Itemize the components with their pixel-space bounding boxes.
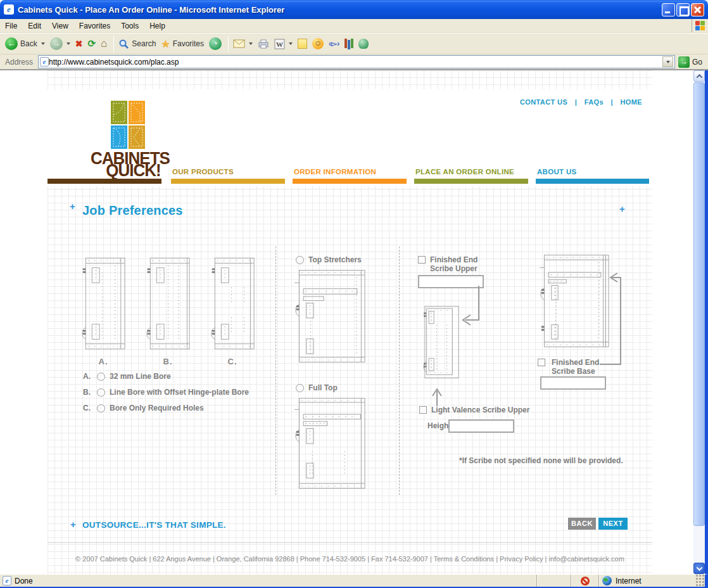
scroll-down-button[interactable] xyxy=(693,563,705,574)
mail-button[interactable] xyxy=(233,39,253,48)
minimize-button[interactable] xyxy=(662,3,675,16)
next-nav-button[interactable]: NEXT xyxy=(598,518,628,530)
full-top-option: Full Top xyxy=(296,383,338,392)
back-button[interactable]: ← Back xyxy=(5,37,45,50)
radio-bore-only-required-holes[interactable] xyxy=(97,404,105,412)
diagram-label-b: B. xyxy=(146,357,190,366)
discuss-button[interactable] xyxy=(298,39,307,49)
select-element-button[interactable]: ‹▻› xyxy=(329,39,339,48)
light-valence-option: Light Valence Scribe Upper xyxy=(419,406,529,414)
page-favicon-icon: e xyxy=(40,57,49,67)
cabinet-diagram-b xyxy=(146,253,190,354)
radio-32mm-line-bore[interactable] xyxy=(97,373,105,381)
page-content: CONTACT US | FAQs | HOME xyxy=(47,70,652,574)
standard-toolbar: ← Back → ✖ ⟳ ⌂ Search ★ Favorites ◔ xyxy=(0,33,708,54)
logo-underline-bar xyxy=(47,179,161,184)
refresh-button[interactable]: ⟳ xyxy=(87,38,96,49)
footer-text[interactable]: © 2007 Cabinets Quick | 622 Angus Avenue… xyxy=(47,555,652,563)
edit-with-word-button[interactable]: W xyxy=(274,39,293,49)
word-icon: W xyxy=(274,39,285,49)
scribe-upper-arrow xyxy=(459,284,482,326)
radio-offset-hinge-plate-bore[interactable] xyxy=(97,388,105,397)
scroll-up-button[interactable] xyxy=(693,70,705,82)
menu-favorites[interactable]: Favorites xyxy=(79,22,110,30)
checkbox-finished-end-scribe-upper[interactable] xyxy=(418,256,426,264)
cabinets-quick-logo[interactable]: CABINETS QUICK! xyxy=(91,101,176,177)
finished-end-scribe-base-option: Finished End Scribe Base xyxy=(538,358,599,376)
full-top-diagram xyxy=(294,395,365,492)
address-dropdown-button[interactable] xyxy=(662,56,673,67)
menu-help[interactable]: Help xyxy=(149,22,165,30)
finished-end-scribe-upper-option: Finished End Scribe Upper xyxy=(418,255,477,273)
section-divider xyxy=(399,246,400,495)
smiley-icon: ☺ xyxy=(312,38,324,49)
messenger-button[interactable]: ☺ xyxy=(312,38,324,49)
back-dropdown-icon[interactable] xyxy=(41,42,45,45)
maximize-button[interactable] xyxy=(676,3,690,16)
toolbar-separator xyxy=(228,36,229,51)
plus-icon: + xyxy=(70,519,76,530)
go-arrow-icon: → xyxy=(678,56,690,68)
history-button[interactable]: ◔ xyxy=(209,37,222,50)
mail-dropdown-icon[interactable] xyxy=(249,42,253,45)
address-input[interactable] xyxy=(49,58,662,67)
radio-top-stretchers[interactable] xyxy=(296,256,304,264)
logo-squares-icon xyxy=(111,101,146,150)
forward-button[interactable]: → xyxy=(50,37,70,50)
windows-logo-icon xyxy=(692,19,708,32)
bore-option-b: B. Line Bore with Offset Hinge-plate Bor… xyxy=(83,388,249,397)
menu-tools[interactable]: Tools xyxy=(121,22,139,30)
tab-our-products[interactable]: OUR PRODUCTS xyxy=(171,167,285,186)
checkbox-light-valence-scribe-upper[interactable] xyxy=(419,406,427,414)
status-done: e Done xyxy=(0,575,536,587)
utility-nav: CONTACT US | FAQs | HOME xyxy=(517,98,645,106)
contact-us-link[interactable]: CONTACT US xyxy=(520,98,567,106)
resize-grip[interactable] xyxy=(696,575,705,587)
scribe-upper-up-arrow xyxy=(432,387,442,407)
msn-button[interactable] xyxy=(358,39,369,49)
menu-file[interactable]: File xyxy=(5,22,17,30)
search-button[interactable]: Search xyxy=(118,39,156,49)
address-field[interactable]: e xyxy=(38,55,675,68)
print-icon xyxy=(258,39,269,49)
stop-icon: ✖ xyxy=(75,39,83,49)
go-button[interactable]: → Go xyxy=(678,56,706,68)
bore-option-a: A. 32 mm Line Bore xyxy=(83,372,171,381)
menu-edit[interactable]: Edit xyxy=(28,22,41,30)
stop-button[interactable]: ✖ xyxy=(75,39,83,49)
forward-dropdown-icon[interactable] xyxy=(66,42,70,45)
favorites-button[interactable]: ★ Favorites xyxy=(161,38,204,50)
tab-place-an-order-online[interactable]: PLACE AN ORDER ONLINE xyxy=(414,167,528,186)
research-button[interactable] xyxy=(345,39,353,49)
scribe-note: *If Scribe not specified none will be pr… xyxy=(459,456,623,465)
forward-icon: → xyxy=(50,37,63,50)
checkbox-finished-end-scribe-base[interactable] xyxy=(538,359,545,366)
height-input[interactable] xyxy=(448,419,514,433)
vertical-scrollbar[interactable] xyxy=(693,70,705,574)
edit-dropdown-icon[interactable] xyxy=(289,42,293,45)
tab-order-information[interactable]: ORDER INFORMATION xyxy=(293,167,407,186)
menu-view[interactable]: View xyxy=(52,22,68,30)
back-nav-button[interactable]: BACK xyxy=(568,518,596,530)
diagram-label-a: A. xyxy=(81,357,125,366)
msn-butterfly-icon xyxy=(358,39,369,49)
print-button[interactable] xyxy=(258,39,269,49)
address-bar: Address e → Go xyxy=(0,54,708,70)
tagline: OUTSOURCE...IT'S THAT SIMPLE. xyxy=(82,520,226,530)
faqs-link[interactable]: FAQs xyxy=(585,98,604,106)
scrollbar-thumb[interactable] xyxy=(693,82,705,526)
home-button[interactable]: ⌂ xyxy=(101,37,107,50)
home-link[interactable]: HOME xyxy=(620,98,642,106)
scribe-base-arrow xyxy=(598,272,623,368)
document-icon: e xyxy=(3,576,11,585)
tab-about-us[interactable]: ABOUT US xyxy=(536,167,649,186)
history-icon: ◔ xyxy=(209,37,222,50)
main-nav: OUR PRODUCTS ORDER INFORMATION PLACE AN … xyxy=(47,167,652,186)
close-button[interactable] xyxy=(691,3,704,16)
scribe-upper-cabinet-diagram xyxy=(420,301,459,383)
home-icon: ⌂ xyxy=(101,37,107,50)
radio-full-top[interactable] xyxy=(296,384,304,392)
address-label: Address xyxy=(5,58,33,67)
sticky-note-icon xyxy=(298,39,307,49)
scribe-base-input[interactable] xyxy=(540,376,606,390)
